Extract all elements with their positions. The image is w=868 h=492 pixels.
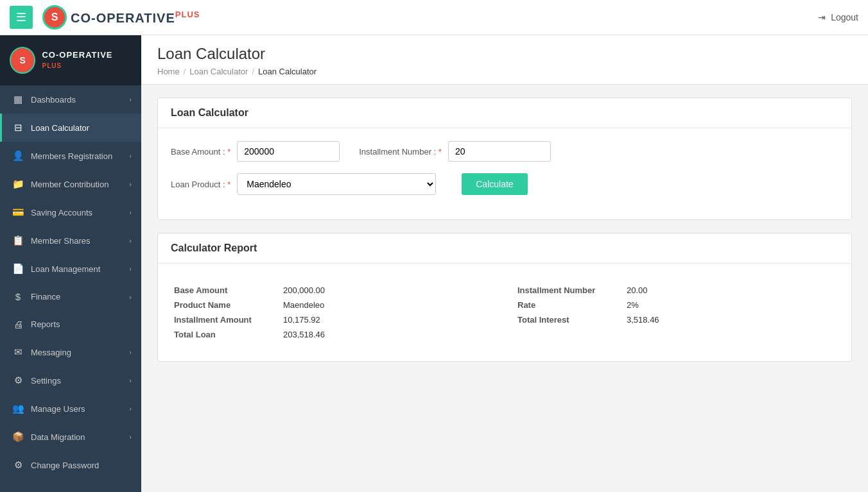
mail-icon: ✉: [12, 346, 24, 358]
sidebar-item-finance[interactable]: $ Finance ›: [0, 283, 141, 310]
report-key: Total Loan: [174, 330, 277, 339]
migration-icon: 📦: [12, 431, 24, 443]
report-value: 200,000.00: [283, 285, 325, 295]
report-key: Total Interest: [517, 315, 620, 325]
dashboard-icon: ▦: [12, 94, 24, 105]
breadcrumb-current: Loan Calculator: [258, 67, 317, 76]
sidebar-item-reports[interactable]: 🖨 Reports: [0, 310, 141, 338]
report-item-installment-number: Installment Number 20.00: [517, 283, 835, 298]
installment-number-group: Installment Number : *: [359, 141, 551, 162]
calculator-card-body: Base Amount : * Installment Number : *: [158, 128, 851, 219]
loan-product-required: *: [227, 180, 230, 189]
loan-product-label: Loan Product : *: [171, 180, 230, 189]
sidebar-item-saving-accounts[interactable]: 💳 Saving Accounts ›: [0, 198, 141, 226]
sidebar-item-label: Messaging: [31, 348, 129, 357]
card-icon: 💳: [12, 207, 24, 218]
doc-icon: 📄: [12, 263, 24, 275]
report-value: 10,175.92: [283, 315, 320, 325]
loan-product-select[interactable]: Maendeleo: [237, 173, 436, 195]
logout-icon: ⇥: [818, 12, 826, 22]
print-icon: 🖨: [12, 319, 24, 330]
report-item-total-loan: Total Loan 203,518.46: [174, 327, 492, 342]
calculator-card: Loan Calculator Base Amount : *: [157, 98, 852, 220]
sidebar-item-label: Finance: [31, 292, 129, 301]
installment-required: *: [438, 147, 442, 157]
sidebar-item-member-shares[interactable]: 📋 Member Shares ›: [0, 226, 141, 255]
installment-number-input[interactable]: [448, 141, 551, 162]
list-icon: 📋: [12, 235, 24, 246]
base-amount-input[interactable]: [237, 141, 340, 162]
logout-button[interactable]: ⇥ Logout: [818, 12, 858, 22]
calculate-button[interactable]: Calculate: [462, 173, 527, 195]
chevron-right-icon: ›: [129, 293, 132, 301]
chevron-right-icon: ›: [129, 348, 132, 356]
report-card-title: Calculator Report: [171, 242, 257, 253]
sidebar-item-label: Change Password: [31, 461, 132, 470]
calculator-card-header: Loan Calculator: [158, 98, 851, 128]
installment-number-label: Installment Number : *: [359, 147, 442, 157]
chevron-right-icon: ›: [129, 265, 132, 273]
sidebar-item-label: Settings: [31, 376, 129, 386]
logout-label: Logout: [831, 12, 858, 22]
sidebar-item-change-password[interactable]: ⚙ Change Password: [0, 451, 141, 479]
sidebar-item-data-migration[interactable]: 📦 Data Migration ›: [0, 423, 141, 451]
chevron-right-icon: ›: [129, 237, 132, 244]
hamburger-icon: ☰: [16, 10, 26, 24]
base-amount-label: Base Amount : *: [171, 147, 230, 157]
sidebar-item-label: Dashboards: [31, 95, 129, 105]
sidebar-item-manage-users[interactable]: 👥 Manage Users ›: [0, 394, 141, 423]
chevron-right-icon: ›: [129, 96, 132, 103]
menu-toggle-button[interactable]: ☰: [10, 6, 33, 29]
sidebar-item-settings[interactable]: ⚙ Settings ›: [0, 366, 141, 394]
sidebar-item-label: Member Shares: [31, 236, 129, 246]
report-value: 20.00: [627, 285, 648, 295]
users-icon: 👥: [12, 403, 24, 414]
breadcrumb-parent[interactable]: Loan Calculator: [189, 67, 248, 76]
report-value: 3,518.46: [627, 315, 659, 325]
sidebar-item-member-contribution[interactable]: 📁 Member Contribution ›: [0, 170, 141, 198]
chevron-right-icon: ›: [129, 152, 132, 160]
calculator-card-title: Loan Calculator: [171, 107, 248, 118]
sidebar-item-label: Saving Accounts: [31, 208, 129, 217]
page-title: Loan Calculator: [157, 45, 852, 63]
chevron-right-icon: ›: [129, 377, 132, 384]
report-item-rate: Rate 2%: [517, 298, 835, 312]
breadcrumb-home[interactable]: Home: [157, 67, 180, 76]
main-content: Loan Calculator Home / Loan Calculator /…: [141, 35, 868, 492]
content-area: Loan Calculator Base Amount : *: [141, 85, 868, 387]
chevron-right-icon: ›: [129, 180, 132, 188]
sidebar-item-loan-management[interactable]: 📄 Loan Management ›: [0, 255, 141, 283]
report-key: Product Name: [174, 300, 277, 310]
sidebar-item-dashboards[interactable]: ▦ Dashboards ›: [0, 85, 141, 114]
report-key: Base Amount: [174, 285, 277, 295]
sidebar-brand: S CO-OPERATIVE PLUS: [0, 35, 141, 85]
sidebar-item-label: Loan Calculator: [31, 123, 132, 133]
report-left-column: Base Amount 200,000.00 Product Name Maen…: [174, 283, 492, 342]
sidebar-item-label: Members Registration: [31, 151, 129, 161]
topbar-logo: S CO-OPERATIVEPLUS: [42, 5, 200, 30]
sidebar-item-members-registration[interactable]: 👤 Members Registration ›: [0, 142, 141, 170]
report-grid: Base Amount 200,000.00 Product Name Maen…: [171, 276, 838, 348]
gear-icon: ⚙: [12, 375, 24, 386]
breadcrumb: Home / Loan Calculator / Loan Calculator: [157, 67, 852, 76]
sidebar-item-loan-calculator[interactable]: ⊟ Loan Calculator: [0, 114, 141, 142]
report-card-header: Calculator Report: [158, 233, 851, 264]
report-right-column: Installment Number 20.00 Rate 2% Total I…: [517, 283, 835, 342]
report-key: Installment Amount: [174, 315, 277, 325]
chevron-right-icon: ›: [129, 208, 132, 216]
sidebar-item-messaging[interactable]: ✉ Messaging ›: [0, 338, 141, 366]
key-icon: ⚙: [12, 459, 24, 471]
folder-icon: 📁: [12, 178, 24, 190]
report-value: 203,518.46: [283, 330, 325, 339]
form-row-1: Base Amount : * Installment Number : *: [171, 141, 838, 162]
sidebar-logo-icon: S: [10, 47, 35, 74]
report-key: Installment Number: [517, 285, 620, 295]
report-item-installment-amount: Installment Amount 10,175.92: [174, 312, 492, 327]
loan-product-group: Loan Product : * Maendeleo: [171, 173, 436, 195]
breadcrumb-sep-2: /: [252, 67, 254, 76]
sidebar-item-label: Reports: [31, 319, 132, 329]
report-card: Calculator Report Base Amount 200,000.00…: [157, 233, 852, 362]
form-row-2: Loan Product : * Maendeleo Calculate: [171, 173, 838, 195]
report-card-body: Base Amount 200,000.00 Product Name Maen…: [158, 264, 851, 361]
base-amount-group: Base Amount : *: [171, 141, 340, 162]
